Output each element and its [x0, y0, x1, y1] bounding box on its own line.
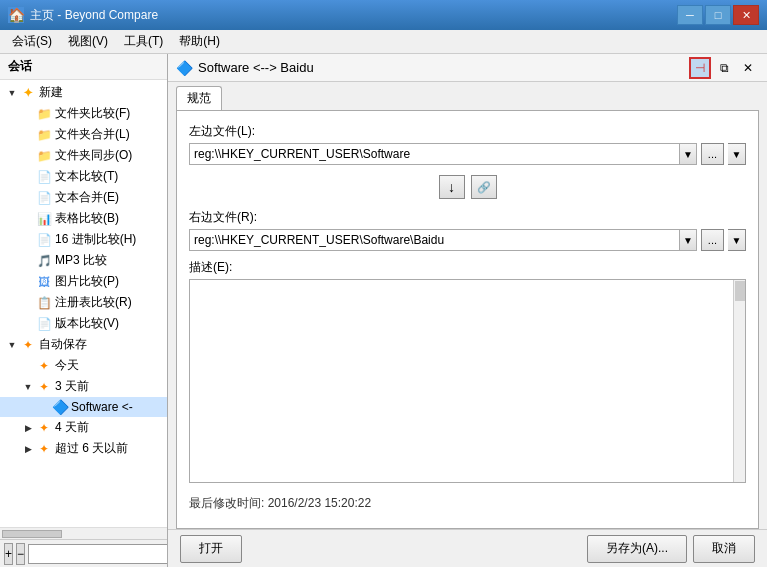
hex-compare-icon: 📄	[36, 232, 52, 248]
left-file-dropdown-arrow[interactable]: ▼	[679, 143, 697, 165]
expander-today[interactable]	[20, 358, 36, 374]
float-window-button[interactable]: ⧉	[713, 57, 735, 79]
tree-item-folder-merge[interactable]: 📁 文件夹合并(L)	[0, 124, 167, 145]
label-old: 超过 6 天以前	[55, 440, 128, 457]
label-folder-compare: 文件夹比较(F)	[55, 105, 130, 122]
expander-autosave[interactable]: ▼	[4, 337, 20, 353]
label-image-compare: 图片比较(P)	[55, 273, 119, 290]
tree-item-autosave[interactable]: ▼ ✦ 自动保存	[0, 334, 167, 355]
form-content: 左边文件(L): ▼ ... ▼ ↓ 🔗 右边文件(R):	[176, 110, 759, 529]
right-file-select-wrapper: ▼	[189, 229, 697, 251]
cancel-button[interactable]: 取消	[693, 535, 755, 563]
expander-old[interactable]: ▶	[20, 441, 36, 457]
minimize-button[interactable]: ─	[677, 5, 703, 25]
label-text-merge: 文本合并(E)	[55, 189, 119, 206]
label-3days: 3 天前	[55, 378, 89, 395]
expander-empty	[20, 190, 36, 206]
remove-session-button[interactable]: −	[16, 543, 25, 565]
menu-tools[interactable]: 工具(T)	[116, 31, 171, 52]
right-file-dropdown-arrow[interactable]: ▼	[679, 229, 697, 251]
main-layout: 会话 ▼ ✦ 新建 📁 文件夹比较(F) 📁 文件夹合并(L)	[0, 54, 767, 567]
title-bar: 🏠 主页 - Beyond Compare ─ □ ✕	[0, 0, 767, 30]
session-tree: ▼ ✦ 新建 📁 文件夹比较(F) 📁 文件夹合并(L)	[0, 80, 167, 527]
expander-new[interactable]: ▼	[4, 85, 20, 101]
bottom-left-actions: 打开	[180, 535, 242, 563]
label-table-compare: 表格比较(B)	[55, 210, 119, 227]
search-input[interactable]	[28, 544, 168, 564]
tree-item-version-compare[interactable]: 📄 版本比较(V)	[0, 313, 167, 334]
session-title-bar: 🔷 Software <--> Baidu ⊣ ⧉ ✕	[168, 54, 767, 82]
maximize-button[interactable]: □	[705, 5, 731, 25]
right-file-browse-dropdown[interactable]: ▼	[728, 229, 746, 251]
tree-item-new[interactable]: ▼ ✦ 新建	[0, 82, 167, 103]
panel-controls: ⊣ ⧉ ✕	[689, 57, 759, 79]
tree-item-folder-sync[interactable]: 📁 文件夹同步(O)	[0, 145, 167, 166]
tree-item-folder-compare[interactable]: 📁 文件夹比较(F)	[0, 103, 167, 124]
tree-item-reg-compare[interactable]: 📋 注册表比较(R)	[0, 292, 167, 313]
tree-item-hex-compare[interactable]: 📄 16 进制比较(H)	[0, 229, 167, 250]
desc-scroll-thumb[interactable]	[735, 281, 745, 301]
mp3-compare-icon: 🎵	[36, 253, 52, 269]
reg-compare-icon: 📋	[36, 295, 52, 311]
left-file-input[interactable]	[189, 143, 679, 165]
expander-4days[interactable]: ▶	[20, 420, 36, 436]
left-file-browse-button[interactable]: ...	[701, 143, 724, 165]
right-file-input[interactable]	[189, 229, 679, 251]
tree-item-table-compare[interactable]: 📊 表格比较(B)	[0, 208, 167, 229]
folder-compare-icon: 📁	[36, 106, 52, 122]
tree-item-4days[interactable]: ▶ ✦ 4 天前	[0, 417, 167, 438]
swap-link-button[interactable]: 🔗	[471, 175, 497, 199]
icon-new: ✦	[20, 85, 36, 101]
open-button[interactable]: 打开	[180, 535, 242, 563]
tree-item-3days[interactable]: ▼ ✦ 3 天前	[0, 376, 167, 397]
tree-item-text-merge[interactable]: 📄 文本合并(E)	[0, 187, 167, 208]
label-version-compare: 版本比较(V)	[55, 315, 119, 332]
scroll-thumb[interactable]	[2, 530, 62, 538]
expander-3days[interactable]: ▼	[20, 379, 36, 395]
expander-empty	[20, 253, 36, 269]
menu-bar: 会话(S) 视图(V) 工具(T) 帮助(H)	[0, 30, 767, 54]
label-software: Software <-	[71, 400, 133, 414]
menu-session[interactable]: 会话(S)	[4, 31, 60, 52]
right-panel: 🔷 Software <--> Baidu ⊣ ⧉ ✕ 规范 左边文件(L): …	[168, 54, 767, 567]
4days-icon: ✦	[36, 420, 52, 436]
pin-button[interactable]: ⊣	[689, 57, 711, 79]
add-session-button[interactable]: +	[4, 543, 13, 565]
tree-item-today[interactable]: ✦ 今天	[0, 355, 167, 376]
label-4days: 4 天前	[55, 419, 89, 436]
left-file-browse-dropdown[interactable]: ▼	[728, 143, 746, 165]
swap-down-button[interactable]: ↓	[439, 175, 465, 199]
expander-empty	[20, 106, 36, 122]
label-text-compare: 文本比较(T)	[55, 168, 118, 185]
expander-empty	[20, 148, 36, 164]
expander-empty	[20, 274, 36, 290]
expander-empty	[20, 211, 36, 227]
left-panel: 会话 ▼ ✦ 新建 📁 文件夹比较(F) 📁 文件夹合并(L)	[0, 54, 168, 567]
window-title: 主页 - Beyond Compare	[30, 7, 677, 24]
software-icon: 🔷	[52, 399, 68, 415]
window-close-button[interactable]: ✕	[733, 5, 759, 25]
tree-item-text-compare[interactable]: 📄 文本比较(T)	[0, 166, 167, 187]
label-hex-compare: 16 进制比较(H)	[55, 231, 136, 248]
version-compare-icon: 📄	[36, 316, 52, 332]
left-file-select-wrapper: ▼	[189, 143, 697, 165]
last-modified-timestamp: 最后修改时间: 2016/2/23 15:20:22	[189, 491, 746, 516]
tree-item-image-compare[interactable]: 🖼 图片比较(P)	[0, 271, 167, 292]
right-file-browse-button[interactable]: ...	[701, 229, 724, 251]
right-file-section: 右边文件(R): ▼ ... ▼	[189, 209, 746, 251]
tree-item-old[interactable]: ▶ ✦ 超过 6 天以前	[0, 438, 167, 459]
save-as-button[interactable]: 另存为(A)...	[587, 535, 687, 563]
close-panel-button[interactable]: ✕	[737, 57, 759, 79]
autosave-icon: ✦	[20, 337, 36, 353]
expander-empty	[20, 127, 36, 143]
menu-view[interactable]: 视图(V)	[60, 31, 116, 52]
desc-scrollbar[interactable]	[733, 280, 745, 482]
old-icon: ✦	[36, 441, 52, 457]
description-area[interactable]	[189, 279, 746, 483]
tree-item-mp3-compare[interactable]: 🎵 MP3 比较	[0, 250, 167, 271]
tab-spec[interactable]: 规范	[176, 86, 222, 110]
tabs-row: 规范	[168, 82, 767, 110]
tree-item-software[interactable]: 🔷 Software <-	[0, 397, 167, 417]
menu-help[interactable]: 帮助(H)	[171, 31, 228, 52]
left-horizontal-scrollbar[interactable]	[0, 527, 167, 539]
